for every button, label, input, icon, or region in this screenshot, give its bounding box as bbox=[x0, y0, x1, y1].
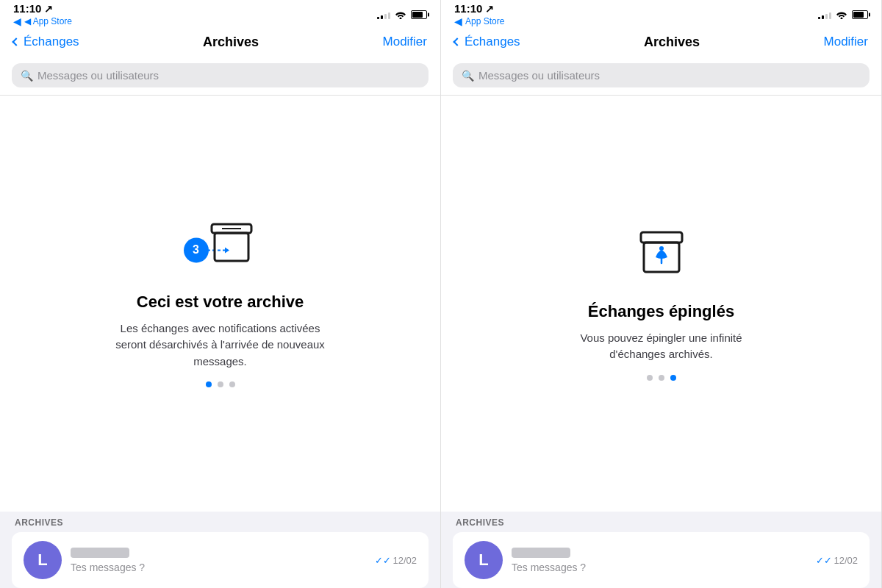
pin-icon-container-2 bbox=[632, 225, 691, 287]
status-bar-1: 11:10 ↗ ◀ ◀ App Store bbox=[0, 0, 440, 26]
signal-bars-2 bbox=[818, 10, 831, 19]
avatar-1: L bbox=[24, 541, 62, 579]
message-content-1: Tes messages ? bbox=[71, 548, 366, 573]
nav-back-1[interactable]: Échanges bbox=[13, 35, 79, 49]
nav-title-2: Archives bbox=[644, 35, 700, 50]
archives-section-2: ARCHIVES L Tes messages ? ✓✓ 12/02 bbox=[441, 512, 881, 588]
chevron-left-icon-1 bbox=[12, 37, 20, 46]
archive-item-2[interactable]: L Tes messages ? ✓✓ 12/02 bbox=[453, 532, 870, 588]
read-check-2: ✓✓ bbox=[816, 555, 832, 566]
status-right-2 bbox=[818, 10, 868, 19]
status-time-1: 11:10 bbox=[13, 2, 41, 15]
nav-action-1[interactable]: Modifier bbox=[383, 35, 427, 49]
phone-panel-2: 11:10 ↗ ◀ App Store bbox=[441, 0, 882, 588]
archives-section-1: ARCHIVES L Tes messages ? ✓✓ 12/02 bbox=[0, 512, 440, 588]
search-bar-1[interactable]: 🔍 Messages ou utilisateurs bbox=[12, 63, 429, 87]
archive-item-1[interactable]: L Tes messages ? ✓✓ 12/02 bbox=[12, 532, 429, 588]
badge-circle-1: 3 bbox=[184, 237, 209, 262]
dot-1-2 bbox=[218, 381, 223, 387]
search-bar-container-1: 🔍 Messages ou utilisateurs bbox=[0, 60, 440, 95]
onboarding-section-1: 3 Ceci est votre archive bbox=[0, 96, 440, 512]
nav-action-2[interactable]: Modifier bbox=[824, 35, 868, 49]
archives-label-2: ARCHIVES bbox=[453, 517, 870, 528]
chevron-left-icon-2 bbox=[453, 37, 461, 46]
archive-icon-container-1: 3 bbox=[184, 218, 257, 277]
wifi-icon-2 bbox=[836, 10, 847, 19]
message-date-2: 12/02 bbox=[833, 555, 858, 566]
onboarding-title-2: Échanges épinglés bbox=[588, 301, 734, 323]
location-icon-2: ↗ bbox=[485, 3, 494, 15]
message-preview-1: Tes messages ? bbox=[71, 562, 366, 573]
nav-bar-1: Échanges Archives Modifier bbox=[0, 26, 440, 60]
message-preview-2: Tes messages ? bbox=[512, 562, 807, 573]
avatar-2: L bbox=[465, 541, 503, 579]
svg-rect-5 bbox=[641, 232, 682, 243]
dot-1-3 bbox=[229, 381, 235, 387]
page-dots-1 bbox=[206, 370, 235, 396]
app-store-label-2[interactable]: ◀ App Store bbox=[454, 15, 504, 27]
onboarding-section-2: Échanges épinglés Vous pouvez épingler u… bbox=[441, 96, 881, 512]
dot-1-1 bbox=[206, 381, 212, 387]
status-left-2: 11:10 ↗ ◀ App Store bbox=[454, 2, 504, 27]
message-meta-1: ✓✓ 12/02 bbox=[375, 555, 417, 566]
search-placeholder-1: Messages ou utilisateurs bbox=[37, 69, 159, 82]
search-icon-2: 🔍 bbox=[462, 70, 474, 82]
battery-icon-1 bbox=[411, 10, 427, 19]
archives-label-1: ARCHIVES bbox=[12, 517, 429, 528]
dot-2-2 bbox=[659, 375, 664, 381]
search-icon-1: 🔍 bbox=[21, 70, 33, 82]
read-check-1: ✓✓ bbox=[375, 555, 391, 566]
archive-box-1 bbox=[206, 218, 257, 273]
nav-back-2[interactable]: Échanges bbox=[454, 35, 520, 49]
status-time-2: 11:10 bbox=[454, 2, 482, 15]
page-dots-2 bbox=[647, 363, 676, 390]
nav-title-1: Archives bbox=[203, 35, 259, 50]
contact-name-blur-2 bbox=[512, 548, 570, 558]
onboarding-desc-2: Vous pouvez épingler une infinité d'écha… bbox=[551, 330, 772, 363]
onboarding-desc-1: Les échanges avec notifications activées… bbox=[110, 320, 331, 370]
battery-icon-2 bbox=[852, 10, 868, 19]
svg-rect-3 bbox=[215, 233, 248, 261]
onboarding-title-1: Ceci est votre archive bbox=[137, 292, 304, 313]
status-bar-2: 11:10 ↗ ◀ App Store bbox=[441, 0, 881, 26]
app-store-label-1[interactable]: ◀ ◀ App Store bbox=[13, 15, 72, 27]
search-placeholder-2: Messages ou utilisateurs bbox=[478, 69, 600, 82]
status-left-1: 11:10 ↗ ◀ ◀ App Store bbox=[13, 2, 72, 27]
dot-2-3 bbox=[670, 375, 676, 381]
location-icon-1: ↗ bbox=[44, 3, 53, 15]
search-bar-container-2: 🔍 Messages ou utilisateurs bbox=[441, 60, 881, 95]
contact-name-blur-1 bbox=[71, 548, 129, 558]
phone-panel-1: 11:10 ↗ ◀ ◀ App Store bbox=[0, 0, 441, 588]
message-meta-2: ✓✓ 12/02 bbox=[816, 555, 858, 566]
status-right-1 bbox=[377, 10, 427, 19]
nav-bar-2: Échanges Archives Modifier bbox=[441, 26, 881, 60]
signal-bars-1 bbox=[377, 10, 390, 19]
archive-pin-svg bbox=[632, 225, 691, 284]
message-content-2: Tes messages ? bbox=[512, 548, 807, 573]
wifi-icon-1 bbox=[395, 10, 406, 19]
dot-2-1 bbox=[647, 375, 653, 381]
search-bar-2[interactable]: 🔍 Messages ou utilisateurs bbox=[453, 63, 870, 87]
message-date-1: 12/02 bbox=[392, 555, 417, 566]
svg-point-7 bbox=[659, 246, 664, 251]
